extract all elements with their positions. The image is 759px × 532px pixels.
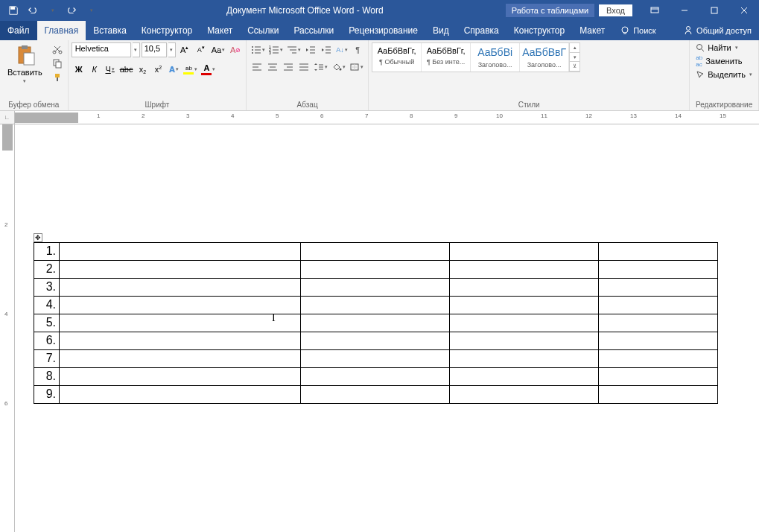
cell[interactable] [450, 332, 599, 350]
styles-up[interactable]: ▴ [570, 43, 579, 53]
cell[interactable] [60, 368, 301, 386]
cell[interactable] [450, 261, 599, 279]
table-row[interactable]: 8. [34, 368, 718, 386]
tab-home[interactable]: Главная [37, 21, 86, 40]
style-heading1[interactable]: АаБбВіЗаголово... [471, 43, 520, 72]
table-row[interactable]: 2. [34, 261, 718, 279]
save-icon[interactable] [4, 1, 22, 19]
tab-review[interactable]: Рецензирование [341, 21, 425, 40]
superscript-button[interactable]: x2 [150, 62, 165, 77]
justify-button[interactable] [296, 60, 311, 75]
tell-me[interactable]: Поиск [612, 21, 663, 40]
cell[interactable] [599, 368, 718, 386]
table-row[interactable]: 6. [34, 332, 718, 350]
maximize-button[interactable] [699, 0, 729, 21]
cell[interactable]: 6. [34, 332, 60, 350]
cell[interactable] [60, 243, 301, 261]
format-painter-button[interactable] [50, 71, 65, 84]
tab-file[interactable]: Файл [0, 21, 37, 40]
outdent-button[interactable] [303, 42, 318, 57]
style-no-spacing[interactable]: АаБбВвГг,¶ Без инте... [422, 43, 471, 72]
cell[interactable] [450, 386, 599, 404]
table-row[interactable]: 9. [34, 386, 718, 404]
cell[interactable]: 7. [34, 350, 60, 368]
cell[interactable] [60, 386, 301, 404]
line-spacing-button[interactable] [312, 60, 329, 75]
tab-insert[interactable]: Вставка [86, 21, 134, 40]
find-button[interactable]: Найти [693, 42, 740, 53]
table-row[interactable]: 3. [34, 279, 718, 297]
table-row[interactable]: 4. [34, 297, 718, 314]
cell[interactable] [60, 279, 301, 297]
cell[interactable]: 9. [34, 386, 60, 404]
cell[interactable] [599, 314, 718, 332]
vertical-ruler[interactable]: 2 4 6 [0, 124, 15, 532]
document-table[interactable]: 1.2.3.4.5.6.7.8.9. [34, 242, 718, 404]
cell[interactable] [599, 297, 718, 314]
table-move-handle[interactable]: ✥ [34, 233, 42, 242]
tab-design[interactable]: Конструктор [134, 21, 200, 40]
cell[interactable] [301, 243, 450, 261]
cell[interactable] [599, 386, 718, 404]
document-area[interactable]: ✥ 1.2.3.4.5.6.7.8.9. I [15, 124, 759, 532]
highlight-button[interactable]: ab [182, 62, 199, 77]
cell[interactable] [301, 261, 450, 279]
tab-table-layout[interactable]: Макет [572, 21, 612, 40]
cell[interactable] [301, 297, 450, 314]
tab-selector[interactable]: ∟ [0, 111, 15, 124]
bold-button[interactable]: Ж [72, 62, 86, 77]
tab-mailings[interactable]: Рассылки [286, 21, 341, 40]
align-right-button[interactable] [281, 60, 296, 75]
cell[interactable] [599, 350, 718, 368]
copy-button[interactable] [50, 57, 65, 70]
table-row[interactable]: 1. [34, 243, 718, 261]
cell[interactable] [60, 297, 301, 314]
minimize-button[interactable] [670, 0, 699, 21]
styles-more[interactable]: ⊻ [570, 62, 579, 72]
align-center-button[interactable] [265, 60, 280, 75]
style-normal[interactable]: АаБбВвГг,¶ Обычный [372, 43, 422, 72]
font-name-dropdown[interactable]: ▾ [133, 42, 140, 57]
shading-button[interactable] [330, 60, 347, 75]
italic-button[interactable]: К [87, 62, 102, 77]
sort-button[interactable]: A↓ [334, 42, 349, 57]
styles-gallery[interactable]: АаБбВвГг,¶ Обычный АаБбВвГг,¶ Без инте..… [372, 42, 580, 72]
cell[interactable]: 5. [34, 314, 60, 332]
indent-button[interactable] [319, 42, 334, 57]
cell[interactable] [599, 279, 718, 297]
select-button[interactable]: Выделить [693, 69, 755, 80]
font-name-combo[interactable]: Helvetica [72, 42, 131, 57]
font-size-dropdown[interactable]: ▾ [168, 42, 176, 57]
cell[interactable] [60, 350, 301, 368]
multilevel-button[interactable] [285, 42, 302, 57]
ribbon-display-icon[interactable] [640, 0, 670, 21]
style-heading2[interactable]: АаБбВвГЗаголово... [520, 43, 569, 72]
show-marks-button[interactable]: ¶ [350, 42, 365, 57]
cell[interactable] [450, 279, 599, 297]
redo-icon[interactable] [63, 1, 80, 19]
cell[interactable] [60, 261, 301, 279]
tab-layout[interactable]: Макет [200, 21, 240, 40]
undo-dropdown-icon[interactable] [43, 1, 61, 19]
text-effects-button[interactable]: A [166, 62, 181, 77]
cell[interactable]: 2. [34, 261, 60, 279]
cut-button[interactable] [50, 42, 65, 56]
font-size-combo[interactable]: 10,5 [142, 42, 167, 57]
cell[interactable] [60, 332, 301, 350]
cell[interactable] [450, 368, 599, 386]
table-row[interactable]: 7. [34, 350, 718, 368]
cell[interactable] [301, 368, 450, 386]
borders-button[interactable] [348, 60, 365, 75]
shrink-font-button[interactable]: A▾ [194, 42, 209, 57]
close-button[interactable] [729, 0, 759, 21]
undo-icon[interactable] [24, 1, 42, 19]
cell[interactable] [599, 261, 718, 279]
cell[interactable]: 3. [34, 279, 60, 297]
cell[interactable] [450, 314, 599, 332]
cell[interactable] [60, 314, 301, 332]
tab-help[interactable]: Справка [457, 21, 506, 40]
cell[interactable] [450, 243, 599, 261]
cell[interactable]: 4. [34, 297, 60, 314]
tab-table-design[interactable]: Конструктор [506, 21, 572, 40]
strike-button[interactable]: abc [118, 62, 135, 77]
